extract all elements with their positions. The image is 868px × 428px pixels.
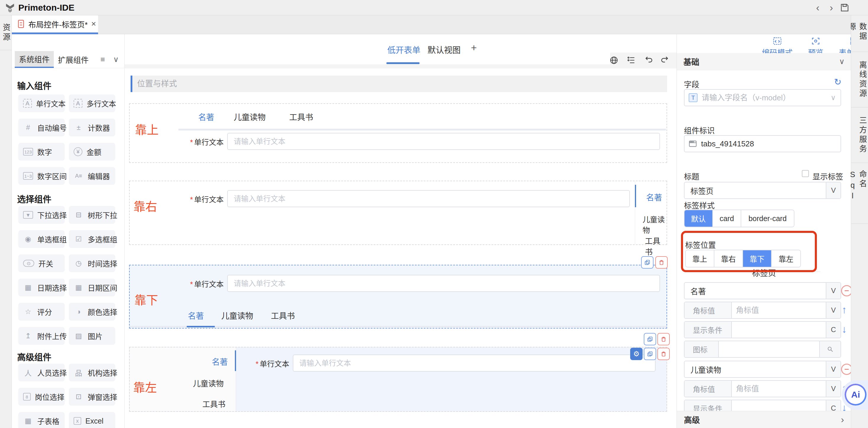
field-select[interactable]: T ∨ [684,89,841,106]
right-rail-item-offline[interactable]: 离线资源 [851,52,868,107]
outline-tree-icon[interactable] [626,56,636,65]
component-item[interactable]: ± 计数器 [69,119,115,136]
component-item[interactable]: 8 岗位选择 [18,388,65,405]
right-rail-item-thirdparty[interactable]: 三方服务 [851,107,868,163]
component-item[interactable]: A 多行文本 [69,94,115,112]
component-item[interactable]: ¥ 金额 [69,143,115,161]
badge-value-input[interactable]: 角标值 V [684,302,841,319]
nav-back-button[interactable]: ‹ [812,2,824,13]
delete-icon[interactable] [655,256,668,269]
canvas-tab-mingzhu[interactable]: 名著 [212,356,228,367]
left-rail-item-resources[interactable]: 资源 [0,15,11,50]
nav-forward-button[interactable]: › [826,2,837,13]
tab-system-components[interactable]: 系统组件 [15,51,54,68]
single-line-text-input[interactable] [227,133,660,150]
canvas-tab-gongjushu[interactable]: 工具书 [289,111,313,123]
tab-name-input[interactable]: V [684,361,841,378]
variable-suffix-button[interactable]: V [826,183,840,198]
single-line-text-input[interactable] [227,275,660,292]
component-item[interactable]: ⊙ 开关 [18,255,65,272]
canvas-tab-ertongduwu[interactable]: 儿童读物 [234,111,266,123]
chevron-down-icon[interactable]: ∨ [839,57,845,66]
canvas-tab-mingzhu[interactable]: 名著 [198,111,214,123]
move-down-icon[interactable]: ↓ [842,324,847,334]
tab-style-default[interactable]: 默认 [685,210,713,227]
variable-suffix-button[interactable]: V [826,361,840,377]
undo-icon[interactable] [644,56,653,65]
display-condition-input[interactable]: 显示条件 C [684,321,841,338]
component-item[interactable]: x Excel [69,412,115,428]
condition-suffix-button[interactable]: C [826,322,840,338]
inspector-section-advanced[interactable]: 高级 › [677,411,851,428]
tab-default-view[interactable]: 默认视图 [428,44,461,56]
tab-position-top[interactable]: 靠上 [686,250,714,267]
canvas-section-bottom-selected[interactable]: *单行文本 靠下 名著 儿童读物 工具书 [129,265,667,329]
tab-icon-input[interactable]: 图标 [684,341,841,358]
delete-icon[interactable] [657,333,670,345]
canvas-section-left[interactable]: 名著 儿童读物 工具书 靠左 *单行文本 ⚙ [129,347,667,412]
collapse-panel-icon[interactable]: ∨ [113,51,119,68]
variable-suffix-button[interactable]: V [826,302,840,318]
canvas-tab-gongjushu[interactable]: 工具书 [203,398,225,409]
canvas-tab-mingzhu[interactable]: 名著 [188,310,204,321]
inspector-section-basic[interactable]: 基础 ∨ [677,53,851,70]
refresh-icon[interactable]: ↻ [834,77,841,87]
tab-style-card[interactable]: card [713,210,741,227]
search-icon[interactable] [819,341,840,357]
canvas-tab-ertongduwu[interactable]: 儿童读物 [221,310,253,321]
canvas-tab-gongjushu[interactable]: 工具书 [645,235,666,257]
title-input[interactable]: V [684,182,841,199]
component-item[interactable]: ▨ 图片 [69,327,115,345]
show-label-checkbox[interactable] [802,170,809,177]
list-mode-icon[interactable]: ≡ [100,51,105,68]
variable-suffix-button[interactable]: V [826,381,840,397]
component-item[interactable]: 人 人员选择 [18,364,65,382]
component-item[interactable]: ◉ 单选框组 [18,230,65,248]
close-icon[interactable]: × [91,19,96,29]
save-icon[interactable] [840,3,850,13]
badge-value-input[interactable]: 角标值 V [684,380,841,397]
component-item[interactable]: ☑ 多选框组 [69,230,115,248]
component-item[interactable]: 123 数字 [18,143,65,161]
component-item[interactable]: ⊡ 弹窗选择 [69,388,115,405]
tab-lowcode-form[interactable]: 低开表单 [387,44,421,56]
delete-icon[interactable] [657,348,670,360]
canvas-tab-mingzhu[interactable]: 名著 [646,191,662,203]
tab-name-input[interactable]: V [684,282,841,299]
canvas-tab-ertongduwu[interactable]: 儿童读物 [643,214,666,235]
component-id-input[interactable] [684,135,841,152]
right-rail-item-datasource[interactable]: 数据源 [851,15,868,52]
copy-icon[interactable] [644,348,656,360]
variable-suffix-button[interactable]: V [826,283,840,299]
component-item[interactable]: A 单行文本 [18,94,65,112]
i18n-globe-icon[interactable] [609,56,619,65]
redo-icon[interactable] [660,56,670,65]
component-item[interactable]: A≡ 编辑器 [69,167,115,185]
single-line-text-input[interactable] [293,355,656,372]
copy-icon[interactable] [644,333,656,345]
canvas-tab-gongjushu[interactable]: 工具书 [271,310,295,321]
gear-icon[interactable]: ⚙ [630,348,643,360]
component-item[interactable]: ▾ 下拉选择 [18,206,65,224]
tab-position-left[interactable]: 靠左 [772,250,800,267]
right-rail-item-namedsql[interactable]: 命名Sql [851,163,868,224]
component-item[interactable]: # 自动编号 [18,119,65,136]
file-tab-active[interactable]: 布局控件-标签页* × [12,15,98,34]
component-item[interactable]: ◷ 时间选择 [69,255,115,272]
component-item[interactable]: ⊟ 树形下拉 [69,206,115,224]
tab-extended-components[interactable]: 扩展组件 [54,51,93,68]
component-item[interactable]: ▦ 日期区间 [69,278,115,296]
move-up-icon[interactable]: ↑ [842,305,847,315]
component-item[interactable]: ☆ 评分 [18,303,65,321]
add-view-button[interactable]: + [471,42,477,54]
component-item[interactable]: ▦ 子表格 [18,412,65,428]
component-item[interactable]: ◑ 颜色选择 [69,303,115,321]
tab-position-right[interactable]: 靠右 [714,250,743,267]
tab-position-bottom[interactable]: 靠下 [743,250,772,267]
canvas-tab-ertongduwu[interactable]: 儿童读物 [193,377,224,389]
ai-assistant-button[interactable]: Ai [845,384,867,405]
copy-icon[interactable] [641,256,653,269]
component-item[interactable]: ▦ 日期选择 [18,278,65,296]
tab-style-border-card[interactable]: border-card [741,210,794,227]
component-item[interactable]: 1~3 数字区间 [18,167,65,185]
